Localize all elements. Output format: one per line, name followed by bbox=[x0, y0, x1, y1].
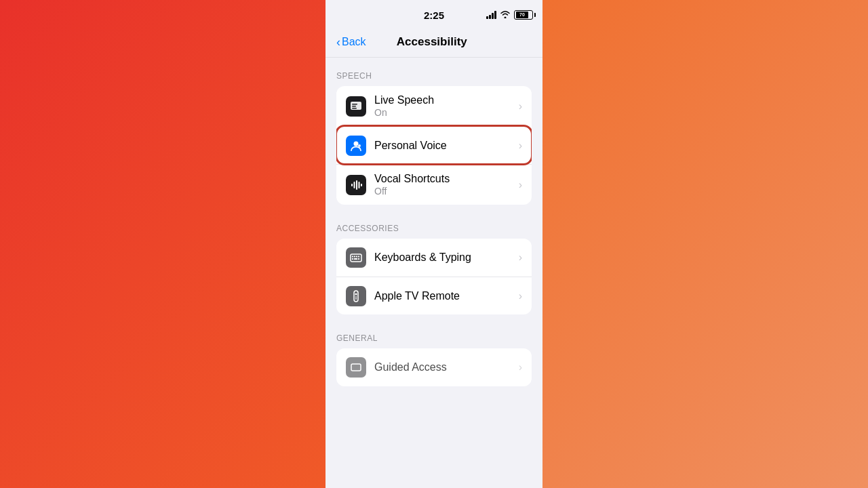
vocal-shortcuts-subtitle: Off bbox=[374, 186, 515, 197]
speech-settings-group: Live Speech On › Personal Voice bbox=[336, 86, 532, 205]
settings-content: SPEECH Live Speech On › bbox=[326, 58, 542, 488]
keyboards-typing-content: Keyboards & Typing bbox=[374, 251, 515, 264]
live-speech-icon bbox=[346, 96, 366, 117]
live-speech-content: Live Speech On bbox=[374, 94, 515, 118]
background-right bbox=[542, 0, 868, 488]
page-title: Accessibility bbox=[366, 35, 498, 49]
keyboards-typing-row[interactable]: Keyboards & Typing › bbox=[336, 239, 532, 277]
svg-point-21 bbox=[355, 293, 357, 295]
keyboards-chevron-icon: › bbox=[519, 251, 522, 264]
apple-tv-remote-content: Apple TV Remote bbox=[374, 290, 515, 302]
general-first-icon bbox=[346, 357, 366, 378]
section-label-accessories: ACCESSORIES bbox=[326, 210, 542, 239]
phone-screen: 2:25 70 bbox=[326, 0, 542, 488]
apple-tv-icon bbox=[346, 286, 366, 306]
personal-voice-title: Personal Voice bbox=[374, 140, 515, 152]
svg-rect-2 bbox=[352, 106, 356, 107]
live-speech-chevron-icon: › bbox=[519, 100, 522, 113]
general-first-row[interactable]: Guided Access › bbox=[336, 348, 532, 386]
apple-tv-remote-title: Apple TV Remote bbox=[374, 290, 515, 302]
svg-rect-19 bbox=[358, 258, 359, 260]
svg-rect-16 bbox=[358, 256, 359, 258]
keyboards-typing-title: Keyboards & Typing bbox=[374, 251, 515, 264]
svg-rect-10 bbox=[359, 182, 360, 188]
background-left bbox=[0, 0, 326, 488]
live-speech-subtitle: On bbox=[374, 107, 515, 118]
svg-rect-24 bbox=[351, 364, 361, 371]
svg-rect-13 bbox=[352, 256, 353, 258]
svg-rect-9 bbox=[356, 180, 357, 190]
svg-rect-12 bbox=[351, 254, 361, 262]
svg-rect-17 bbox=[352, 258, 353, 260]
svg-point-5 bbox=[358, 144, 361, 147]
svg-rect-7 bbox=[351, 184, 353, 186]
svg-rect-20 bbox=[354, 291, 358, 302]
svg-rect-18 bbox=[354, 258, 357, 260]
live-speech-title: Live Speech bbox=[374, 94, 515, 106]
vocal-shortcuts-content: Vocal Shortcuts Off bbox=[374, 173, 515, 197]
svg-rect-23 bbox=[355, 298, 357, 300]
svg-point-4 bbox=[354, 141, 359, 146]
vocal-shortcuts-row[interactable]: Vocal Shortcuts Off › bbox=[336, 164, 532, 205]
general-settings-group: Guided Access › bbox=[336, 348, 532, 386]
svg-rect-6 bbox=[359, 147, 360, 148]
status-icons: 70 bbox=[486, 10, 533, 20]
signal-icon bbox=[486, 11, 496, 19]
svg-rect-3 bbox=[352, 108, 357, 109]
vocal-shortcuts-icon bbox=[346, 175, 366, 195]
personal-voice-chevron-icon: › bbox=[519, 140, 522, 152]
svg-rect-1 bbox=[352, 104, 357, 105]
status-time: 2:25 bbox=[424, 9, 444, 21]
wifi-icon bbox=[500, 10, 511, 20]
personal-voice-content: Personal Voice bbox=[374, 140, 515, 152]
svg-rect-15 bbox=[356, 256, 357, 258]
vocal-shortcuts-chevron-icon: › bbox=[519, 179, 522, 191]
keyboards-icon bbox=[346, 247, 366, 268]
general-first-title: Guided Access bbox=[374, 361, 515, 373]
nav-bar: ‹ Back Accessibility bbox=[326, 30, 542, 58]
svg-rect-8 bbox=[354, 182, 355, 188]
svg-rect-14 bbox=[354, 256, 355, 258]
back-button[interactable]: ‹ Back bbox=[336, 36, 366, 48]
general-first-chevron-icon: › bbox=[519, 361, 522, 373]
general-first-content: Guided Access bbox=[374, 361, 515, 373]
personal-voice-row[interactable]: Personal Voice › bbox=[336, 126, 532, 164]
live-speech-row[interactable]: Live Speech On › bbox=[336, 86, 532, 126]
section-label-speech: SPEECH bbox=[326, 58, 542, 86]
back-label: Back bbox=[342, 36, 366, 48]
vocal-shortcuts-title: Vocal Shortcuts bbox=[374, 173, 515, 185]
back-chevron-icon: ‹ bbox=[336, 36, 340, 48]
svg-rect-11 bbox=[361, 184, 362, 186]
status-bar: 2:25 70 bbox=[326, 0, 542, 30]
personal-voice-icon bbox=[346, 136, 366, 156]
accessories-settings-group: Keyboards & Typing › Apple TV Remote bbox=[336, 239, 532, 314]
svg-rect-22 bbox=[355, 296, 357, 298]
section-label-general: GENERAL bbox=[326, 320, 542, 348]
apple-tv-remote-row[interactable]: Apple TV Remote › bbox=[336, 277, 532, 314]
apple-tv-chevron-icon: › bbox=[519, 290, 522, 302]
battery-icon: 70 bbox=[514, 10, 533, 20]
